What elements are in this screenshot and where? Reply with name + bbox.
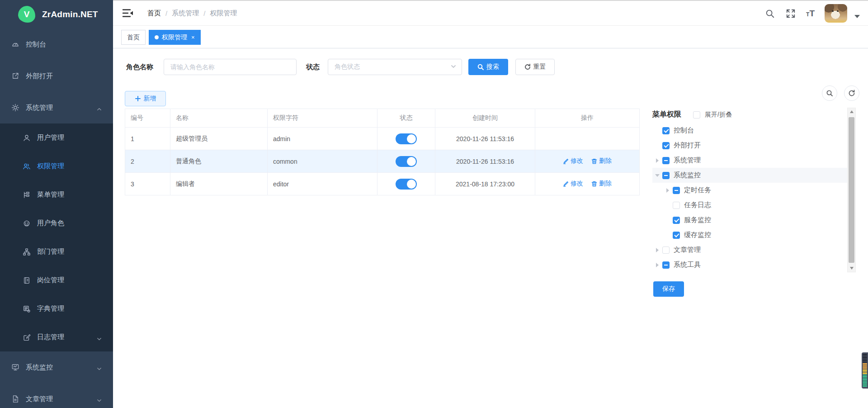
edit-link-label: 修改 [571,157,583,165]
sidebar-item-岗位管理[interactable]: 岗位管理 [0,266,113,294]
expand-arrow-right-icon[interactable] [652,263,662,267]
meter-stripe [863,365,867,366]
sidebar-item-用户管理[interactable]: 用户管理 [0,123,113,152]
reset-button[interactable]: 重置 [515,59,555,75]
collapse-sidebar-icon[interactable] [122,8,134,19]
sidebar-item-label: 用户管理 [37,133,64,142]
scroll-down-arrow[interactable] [848,265,855,272]
tree-checkbox-indeterminate[interactable] [662,157,670,164]
sidebar-item-控制台[interactable]: 控制台 [0,28,113,60]
app-logo[interactable]: V ZrAdmin.NET [0,0,113,28]
expand-arrow-down-icon[interactable] [652,174,662,177]
tree-node-系统工具[interactable]: 系统工具 [652,257,847,272]
caret-down-icon[interactable] [854,15,860,18]
font-size-icon[interactable]: TT [806,9,815,18]
tree-node-label: 定时任务 [684,186,711,195]
tree-checkbox-indeterminate[interactable] [673,187,680,194]
expand-arrow-right-icon[interactable] [663,188,673,193]
expand-collapse-checkbox[interactable] [693,111,700,119]
sidebar-menu: 控制台外部打开系统管理用户管理权限管理菜单管理用户角色部门管理岗位管理字典管理日… [0,28,113,408]
tree-checkbox-checked[interactable] [673,232,680,239]
meter-stripe [863,382,867,384]
tree-node-label: 系统工具 [674,261,701,269]
close-tab-icon[interactable]: × [191,34,195,41]
tree-node-文章管理[interactable]: 文章管理 [652,242,847,257]
performance-meter-widget[interactable] [862,352,868,389]
tree-checkbox-indeterminate[interactable] [662,261,670,269]
status-label: 状态 [306,59,320,75]
breadcrumb-item-系统管理[interactable]: 系统管理 [172,9,199,18]
meter-stripe [863,356,867,357]
sidebar-item-外部打开[interactable]: 外部打开 [0,60,113,92]
avatar[interactable] [825,4,847,23]
sidebar-item-系统管理[interactable]: 系统管理 [0,92,113,123]
active-tab-dot [155,35,159,39]
meter-stripe [863,362,867,363]
tree-checkbox-indeterminate[interactable] [662,172,670,179]
edit-link[interactable]: 修改 [563,157,583,165]
chevron-down-icon [97,397,101,401]
sidebar-item-系统监控[interactable]: 系统监控 [0,351,113,383]
save-button[interactable]: 保存 [653,281,684,297]
scrollbar-thumb[interactable] [849,117,854,263]
tree-node-定时任务[interactable]: 定时任务 [652,183,847,198]
tree-checkbox-unchecked[interactable] [662,247,670,254]
sidebar-item-用户角色[interactable]: 用户角色 [0,209,113,237]
table-refresh-button[interactable] [844,85,859,101]
cell-name: 普通角色 [170,150,268,173]
cell-name: 编辑者 [170,173,268,195]
tree-node-服务监控[interactable]: 服务监控 [652,213,847,228]
breadcrumb-separator: / [165,9,167,17]
tab-权限管理[interactable]: 权限管理× [149,30,201,45]
edit-link[interactable]: 修改 [563,180,583,188]
tree-checkbox-checked[interactable] [662,127,670,134]
sidebar-item-label: 岗位管理 [37,276,64,285]
breadcrumb-separator: / [203,9,205,17]
tree-node-缓存监控[interactable]: 缓存监控 [652,228,847,242]
search-button[interactable]: 搜索 [468,59,508,75]
sidebar-item-部门管理[interactable]: 部门管理 [0,237,113,266]
table-search-toggle-button[interactable] [822,85,837,101]
tree-node-控制台[interactable]: 控制台 [652,123,847,138]
org-chart-icon [23,248,31,256]
tree-node-任务日志[interactable]: 任务日志 [652,198,847,213]
menu-permission-title: 菜单权限 [652,110,681,119]
delete-link[interactable]: 删除 [591,180,612,188]
column-header-操作: 操作 [535,109,640,128]
tree-node-外部打开[interactable]: 外部打开 [652,138,847,153]
breadcrumb-item-权限管理[interactable]: 权限管理 [210,9,237,18]
status-select[interactable]: 角色状态 [328,59,462,75]
tree-checkbox-unchecked[interactable] [673,202,680,209]
scroll-up-arrow[interactable] [848,108,855,115]
status-toggle[interactable] [396,156,417,167]
dictionary-icon [23,305,31,313]
status-toggle[interactable] [396,179,417,190]
tree-checkbox-checked[interactable] [673,217,680,224]
sidebar-item-文章管理[interactable]: 文章管理 [0,383,113,408]
delete-link[interactable]: 删除 [591,157,612,165]
sidebar-item-字典管理[interactable]: 字典管理 [0,294,113,323]
column-header-状态: 状态 [377,109,435,128]
header-actions: TT [764,1,860,26]
sidebar-item-菜单管理[interactable]: 菜单管理 [0,180,113,209]
cell-actions [535,128,640,150]
breadcrumb-item-首页[interactable]: 首页 [147,9,161,18]
sidebar-item-日志管理[interactable]: 日志管理 [0,323,113,351]
role-name-input[interactable] [164,59,297,75]
tab-首页[interactable]: 首页 [121,30,146,45]
sidebar-item-label: 系统监控 [26,363,53,372]
sidebar-item-权限管理[interactable]: 权限管理 [0,152,113,180]
tree-node-系统管理[interactable]: 系统管理 [652,153,847,168]
tree-node-系统监控[interactable]: 系统监控 [652,168,847,183]
fullscreen-icon[interactable] [785,8,796,19]
expand-arrow-right-icon[interactable] [652,248,662,252]
expand-arrow-right-icon[interactable] [652,158,662,163]
status-toggle[interactable] [396,133,417,144]
status-select-placeholder: 角色状态 [335,63,360,71]
meter-stripe [863,376,867,377]
tree-checkbox-checked[interactable] [662,142,670,149]
search-icon[interactable] [764,8,775,19]
tree-scrollbar[interactable] [847,108,856,272]
add-button[interactable]: 新增 [125,91,166,106]
chevron-down-icon [451,63,456,71]
